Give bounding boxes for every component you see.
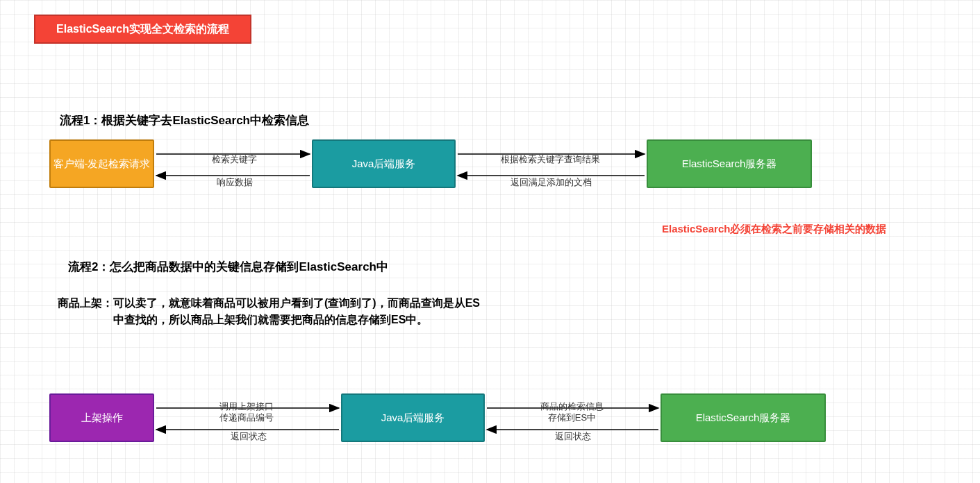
flow1-arrow3-label: 根据检索关键字查询结果 [501,154,600,165]
diagram-title: ElasticSearch实现全文检索的流程 [34,15,251,44]
flow2-arrow2-label: 返回状态 [231,431,267,442]
flow1-heading: 流程1：根据关键字去ElasticSearch中检索信息 [60,112,309,128]
flow1-arrow4-label: 返回满足添加的文档 [510,177,592,188]
flow2-es-node: ElasticSearch服务器 [661,393,826,442]
red-note: ElasticSearch必须在检索之前要存储相关的数据 [662,223,886,236]
flow2-arrow4-label: 返回状态 [555,431,591,442]
flow1-arrow2-label: 响应数据 [217,177,253,188]
flow1-es-node: ElasticSearch服务器 [647,139,812,188]
flow2-subtext: 商品上架：可以卖了，就意味着商品可以被用户看到了(查询到了)，而商品查询是从ES… [58,295,480,328]
flow2-client-node: 上架操作 [49,393,154,442]
flow1-arrow1-label: 检索关键字 [212,154,257,165]
flow2-arrow1-label: 调用上架接口 传递商品编号 [219,401,274,424]
flow1-backend-node: Java后端服务 [312,139,456,188]
flow2-arrow3-label: 商品的检索信息 存储到ES中 [540,401,604,424]
flow2-heading: 流程2：怎么把商品数据中的关键信息存储到ElasticSearch中 [68,259,388,275]
flow2-backend-node: Java后端服务 [341,393,485,442]
flow1-client-node: 客户端-发起检索请求 [49,139,154,188]
